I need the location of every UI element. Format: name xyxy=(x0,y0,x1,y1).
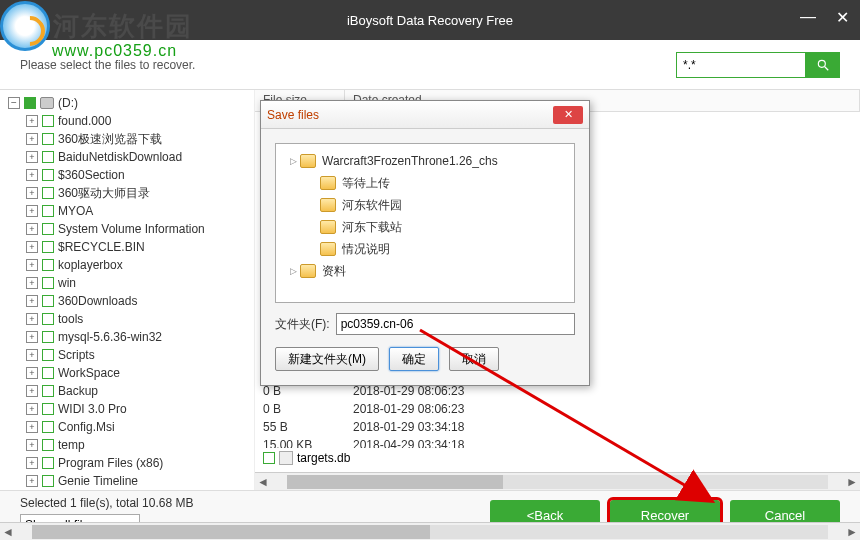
file-row-targets[interactable]: targets.db xyxy=(255,448,860,468)
file-name: targets.db xyxy=(297,451,350,465)
tree-item[interactable]: +mysql-5.6.36-win32 xyxy=(18,328,254,346)
expand-icon[interactable]: + xyxy=(26,313,38,325)
file-row[interactable]: 55 B2018-01-29 03:34:18 xyxy=(255,418,860,436)
checkbox[interactable] xyxy=(42,403,54,415)
expand-icon[interactable]: + xyxy=(26,421,38,433)
checkbox[interactable] xyxy=(42,187,54,199)
expand-icon[interactable]: + xyxy=(26,259,38,271)
checkbox[interactable] xyxy=(42,457,54,469)
tree-item[interactable]: +$360Section xyxy=(18,166,254,184)
tree-item[interactable]: +found.000 xyxy=(18,112,254,130)
expand-icon[interactable]: + xyxy=(26,223,38,235)
expand-icon[interactable]: + xyxy=(26,331,38,343)
checkbox[interactable] xyxy=(42,277,54,289)
folder-item[interactable]: 等待上传 xyxy=(282,172,568,194)
tree-item[interactable]: +360驱动大师目录 xyxy=(18,184,254,202)
tree-item[interactable]: +Program Files (x86) xyxy=(18,454,254,472)
expand-icon[interactable]: + xyxy=(26,439,38,451)
expand-tri-icon[interactable]: ▷ xyxy=(290,156,300,166)
filename-input[interactable] xyxy=(336,313,575,335)
checkbox[interactable] xyxy=(42,259,54,271)
prompt-text: Please select the files to recover. xyxy=(20,58,195,72)
tree-item[interactable]: +win xyxy=(18,274,254,292)
checkbox[interactable] xyxy=(42,313,54,325)
expand-icon[interactable]: + xyxy=(26,475,38,487)
expand-icon[interactable]: + xyxy=(26,385,38,397)
expand-icon[interactable]: + xyxy=(26,151,38,163)
tree-item[interactable]: +Genie Timeline xyxy=(18,472,254,490)
checkbox[interactable] xyxy=(42,295,54,307)
tree-item[interactable]: +System Volume Information xyxy=(18,220,254,238)
search-button[interactable] xyxy=(806,52,840,78)
checkbox[interactable] xyxy=(42,367,54,379)
checkbox[interactable] xyxy=(42,133,54,145)
scroll-left-icon[interactable]: ◄ xyxy=(255,475,271,489)
checkbox[interactable] xyxy=(42,421,54,433)
scroll-thumb[interactable] xyxy=(287,475,503,489)
expand-icon[interactable]: + xyxy=(26,277,38,289)
checkbox[interactable] xyxy=(42,205,54,217)
expand-icon[interactable]: + xyxy=(26,169,38,181)
file-row[interactable]: 0 B2018-01-29 08:06:23 xyxy=(255,400,860,418)
filename-label: 文件夹(F): xyxy=(275,316,330,333)
expand-icon[interactable]: + xyxy=(26,133,38,145)
expand-icon[interactable]: + xyxy=(26,367,38,379)
checkbox[interactable] xyxy=(42,349,54,361)
checkbox[interactable] xyxy=(42,439,54,451)
checkbox[interactable] xyxy=(42,331,54,343)
tree-root[interactable]: − (D:) xyxy=(0,94,254,112)
collapse-icon[interactable]: − xyxy=(8,97,20,109)
tree-item[interactable]: +MYOA xyxy=(18,202,254,220)
tree-item[interactable]: +koplayerbox xyxy=(18,256,254,274)
tree-item[interactable]: +WorkSpace xyxy=(18,364,254,382)
expand-icon[interactable]: + xyxy=(26,457,38,469)
checkbox[interactable] xyxy=(24,97,36,109)
dialog-close-button[interactable]: ✕ xyxy=(553,106,583,124)
folder-list[interactable]: ▷Warcraft3FrozenThrone1.26_chs等待上传河东软件园河… xyxy=(275,143,575,303)
close-button[interactable]: ✕ xyxy=(832,8,852,27)
checkbox[interactable] xyxy=(263,452,275,464)
folder-item[interactable]: ▷Warcraft3FrozenThrone1.26_chs xyxy=(282,150,568,172)
folder-label: 河东软件园 xyxy=(342,197,402,214)
tree-item[interactable]: +Config.Msi xyxy=(18,418,254,436)
tree-item[interactable]: +tools xyxy=(18,310,254,328)
tree-item[interactable]: +BaiduNetdiskDownload xyxy=(18,148,254,166)
tree-item[interactable]: +WIDI 3.0 Pro xyxy=(18,400,254,418)
folder-item[interactable]: 情况说明 xyxy=(282,238,568,260)
search-input[interactable] xyxy=(676,52,806,78)
ok-button[interactable]: 确定 xyxy=(389,347,439,371)
folder-item[interactable]: 河东软件园 xyxy=(282,194,568,216)
tree-item[interactable]: +Scripts xyxy=(18,346,254,364)
tree-item[interactable]: +360极速浏览器下载 xyxy=(18,130,254,148)
expand-icon[interactable]: + xyxy=(26,295,38,307)
scroll-right-icon[interactable]: ► xyxy=(844,475,860,489)
tree-item[interactable]: +360Downloads xyxy=(18,292,254,310)
expand-icon[interactable]: + xyxy=(26,241,38,253)
checkbox[interactable] xyxy=(42,475,54,487)
expand-icon[interactable]: + xyxy=(26,115,38,127)
checkbox[interactable] xyxy=(42,115,54,127)
dialog-cancel-button[interactable]: 取消 xyxy=(449,347,499,371)
tree-item[interactable]: +temp xyxy=(18,436,254,454)
checkbox[interactable] xyxy=(42,223,54,235)
tree-root-label: (D:) xyxy=(58,96,78,110)
checkbox[interactable] xyxy=(42,385,54,397)
folder-tree[interactable]: − (D:) +found.000+360极速浏览器下载+BaiduNetdis… xyxy=(0,90,255,490)
tree-item-label: koplayerbox xyxy=(58,258,123,272)
expand-icon[interactable]: + xyxy=(26,403,38,415)
file-scrollbar[interactable]: ◄ ► xyxy=(255,472,860,490)
titlebar: iBoysoft Data Recovery Free — ✕ xyxy=(0,0,860,40)
expand-icon[interactable]: + xyxy=(26,349,38,361)
new-folder-button[interactable]: 新建文件夹(M) xyxy=(275,347,379,371)
tree-item[interactable]: +Backup xyxy=(18,382,254,400)
expand-icon[interactable]: + xyxy=(26,205,38,217)
checkbox[interactable] xyxy=(42,169,54,181)
minimize-button[interactable]: — xyxy=(798,8,818,27)
checkbox[interactable] xyxy=(42,241,54,253)
checkbox[interactable] xyxy=(42,151,54,163)
expand-tri-icon[interactable]: ▷ xyxy=(290,266,300,276)
folder-item[interactable]: ▷资料 xyxy=(282,260,568,282)
folder-item[interactable]: 河东下载站 xyxy=(282,216,568,238)
tree-item[interactable]: +$RECYCLE.BIN xyxy=(18,238,254,256)
expand-icon[interactable]: + xyxy=(26,187,38,199)
